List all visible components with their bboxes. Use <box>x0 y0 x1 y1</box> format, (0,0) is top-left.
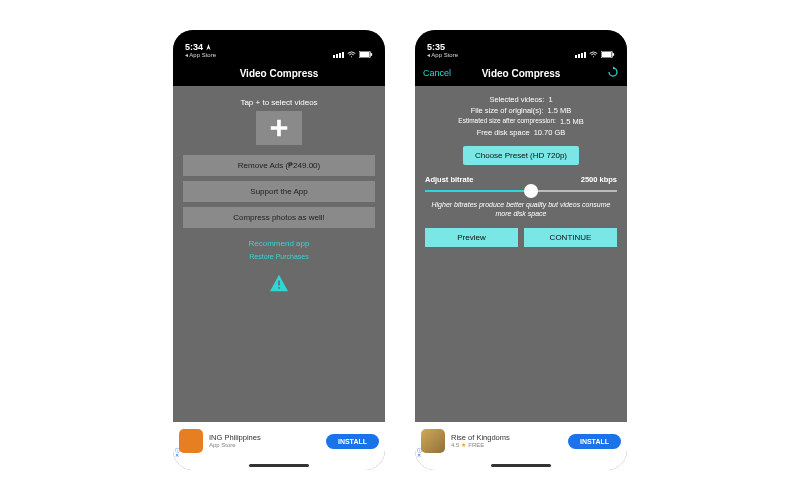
battery-icon <box>601 51 615 58</box>
svg-point-0 <box>351 56 352 57</box>
bitrate-label: Adjust bitrate <box>425 175 473 184</box>
estimated-size-value: 1.5 MB <box>560 117 584 126</box>
svg-rect-8 <box>602 52 612 57</box>
status-bar: 5:34 ◂ App Store <box>173 30 385 60</box>
add-videos-button[interactable] <box>256 111 302 145</box>
compress-photos-button[interactable]: Compress photos as well! <box>183 207 375 228</box>
svg-rect-2 <box>360 52 370 57</box>
support-app-button[interactable]: Support the App <box>183 181 375 202</box>
svg-rect-4 <box>278 281 280 286</box>
free-disk-value: 10.70 GB <box>534 128 566 137</box>
phone-screen-compress: 5:35 ◂ App Store Cancel Video Compress S… <box>415 30 627 470</box>
home-indicator[interactable] <box>173 460 385 470</box>
plus-icon <box>268 117 290 139</box>
ad-install-button[interactable]: INSTALL <box>568 434 621 449</box>
remove-ads-button[interactable]: Remove Ads (₱249.00) <box>183 155 375 176</box>
ad-title: ING Philippines <box>209 434 320 442</box>
ad-install-button[interactable]: INSTALL <box>326 434 379 449</box>
wifi-icon <box>589 51 598 58</box>
nav-title: Video Compress <box>482 68 561 79</box>
recommend-app-link[interactable]: Recommend app <box>249 239 310 248</box>
choose-preset-button[interactable]: Choose Preset (HD 720p) <box>463 146 579 165</box>
filesize-label: File size of original(s): <box>471 106 544 115</box>
restore-purchases-link[interactable]: Restore Purchases <box>249 253 309 260</box>
ad-app-icon <box>421 429 445 453</box>
nav-title: Video Compress <box>240 68 319 79</box>
cancel-button[interactable]: Cancel <box>423 68 451 78</box>
selected-videos-value: 1 <box>548 95 552 104</box>
preview-button[interactable]: Preview <box>425 228 518 247</box>
refresh-button[interactable] <box>607 66 619 80</box>
free-disk-label: Free disk space <box>477 128 530 137</box>
bitrate-hint: Higher bitrates produce better quality b… <box>425 200 617 218</box>
refresh-icon <box>607 66 619 78</box>
warning-icon[interactable] <box>269 274 289 292</box>
ad-rating: 4.5★FREE <box>451 442 562 449</box>
status-indicators <box>575 51 615 58</box>
filesize-value: 1.5 MB <box>548 106 572 115</box>
signal-icon <box>575 52 586 58</box>
back-to-appstore[interactable]: ◂ App Store <box>427 52 458 58</box>
svg-rect-5 <box>278 287 280 289</box>
nav-bar: Video Compress <box>173 60 385 86</box>
ad-title: Rise of Kingdoms <box>451 434 562 442</box>
continue-button[interactable]: CONTINUE <box>524 228 617 247</box>
ad-info-icon[interactable]: ⓘ✕ <box>175 448 180 458</box>
svg-point-6 <box>593 56 594 57</box>
bitrate-value: 2500 kbps <box>581 175 617 184</box>
signal-icon <box>333 52 344 58</box>
svg-rect-3 <box>371 53 372 56</box>
ad-subtitle: App Store <box>209 442 320 449</box>
ad-app-icon <box>179 429 203 453</box>
status-indicators <box>333 51 373 58</box>
ad-banner[interactable]: ⓘ✕ ING Philippines App Store INSTALL <box>173 422 385 460</box>
nav-bar: Cancel Video Compress <box>415 60 627 86</box>
slider-thumb[interactable] <box>524 184 538 198</box>
status-time: 5:34 <box>185 43 216 52</box>
estimated-size-label: Estimated size after compression: <box>458 117 556 126</box>
bitrate-slider[interactable] <box>425 190 617 192</box>
phone-screen-home: 5:34 ◂ App Store Video Compress Tap + to… <box>173 30 385 470</box>
status-time: 5:35 <box>427 43 458 52</box>
ad-banner[interactable]: ⓘ✕ Rise of Kingdoms 4.5★FREE INSTALL <box>415 422 627 460</box>
ad-info-icon[interactable]: ⓘ✕ <box>417 448 422 458</box>
status-bar: 5:35 ◂ App Store <box>415 30 627 60</box>
svg-rect-9 <box>613 53 614 56</box>
star-icon: ★ <box>461 442 466 449</box>
wifi-icon <box>347 51 356 58</box>
battery-icon <box>359 51 373 58</box>
home-indicator[interactable] <box>415 460 627 470</box>
tap-to-select-label: Tap + to select videos <box>240 98 317 107</box>
selected-videos-label: Selected videos: <box>489 95 544 104</box>
back-to-appstore[interactable]: ◂ App Store <box>185 52 216 58</box>
